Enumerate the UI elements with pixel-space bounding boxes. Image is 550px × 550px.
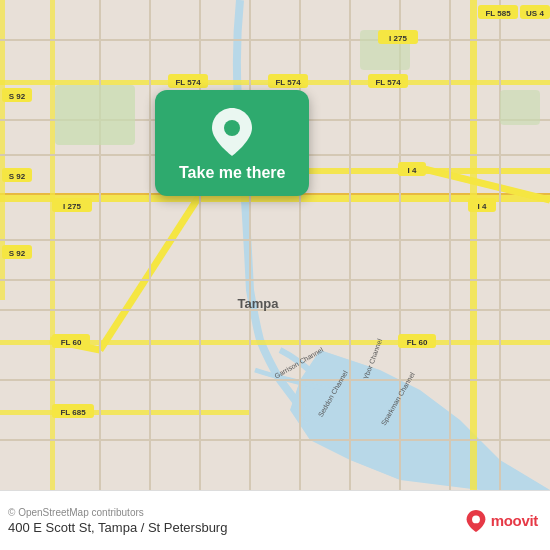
- svg-text:FL 574: FL 574: [375, 78, 401, 87]
- svg-text:I 4: I 4: [408, 166, 417, 175]
- svg-text:FL 60: FL 60: [61, 338, 82, 347]
- take-me-there-popup[interactable]: Take me there: [155, 90, 309, 196]
- svg-text:FL 574: FL 574: [175, 78, 201, 87]
- moovit-logo: moovit: [465, 510, 538, 532]
- location-pin-icon: [212, 108, 252, 156]
- svg-text:I 275: I 275: [389, 34, 407, 43]
- address-area: © OpenStreetMap contributors 400 E Scott…: [8, 507, 227, 535]
- bottom-bar: © OpenStreetMap contributors 400 E Scott…: [0, 490, 550, 550]
- address-text: 400 E Scott St, Tampa / St Petersburg: [8, 520, 227, 535]
- svg-point-69: [224, 120, 240, 136]
- map-container: FL 574 FL 574 FL 574 FL 585 US 4 I 275 S…: [0, 0, 550, 490]
- svg-point-70: [472, 515, 480, 523]
- svg-rect-33: [500, 90, 540, 125]
- svg-text:FL 685: FL 685: [60, 408, 86, 417]
- svg-text:S 92: S 92: [9, 249, 26, 258]
- svg-rect-31: [55, 85, 135, 145]
- copyright-text: © OpenStreetMap contributors: [8, 507, 227, 518]
- svg-rect-11: [0, 410, 250, 415]
- location-icon-wrap: [208, 108, 256, 156]
- svg-text:FL 585: FL 585: [485, 9, 511, 18]
- svg-text:FL 574: FL 574: [275, 78, 301, 87]
- take-me-there-button[interactable]: Take me there: [179, 164, 285, 182]
- moovit-pin-icon: [465, 510, 487, 532]
- svg-text:S 92: S 92: [9, 172, 26, 181]
- map-background: FL 574 FL 574 FL 574 FL 585 US 4 I 275 S…: [0, 0, 550, 490]
- svg-text:I 4: I 4: [478, 202, 487, 211]
- svg-text:Tampa: Tampa: [238, 296, 280, 311]
- svg-text:US 4: US 4: [526, 9, 544, 18]
- svg-rect-6: [470, 0, 477, 490]
- svg-text:S 92: S 92: [9, 92, 26, 101]
- svg-text:FL 60: FL 60: [407, 338, 428, 347]
- moovit-brand-name: moovit: [491, 512, 538, 529]
- svg-text:I 275: I 275: [63, 202, 81, 211]
